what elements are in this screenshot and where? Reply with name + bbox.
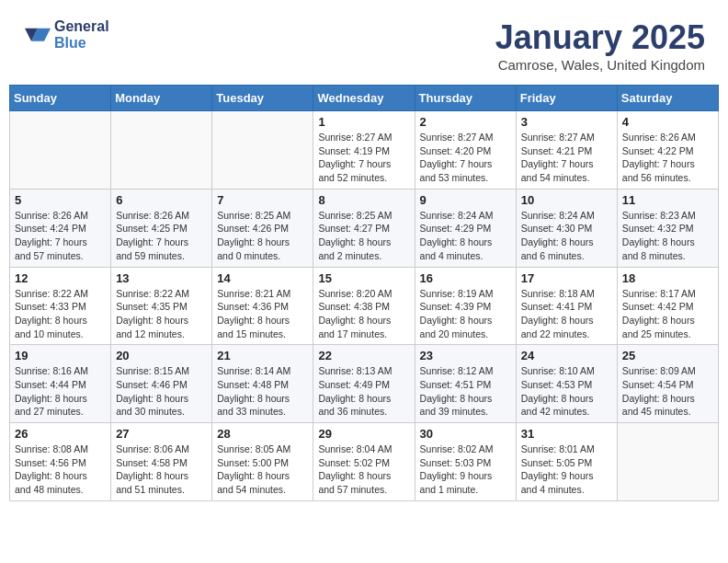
day-number: 20 bbox=[116, 349, 207, 362]
calendar-table: SundayMondayTuesdayWednesdayThursdayFrid… bbox=[9, 85, 719, 501]
calendar-week-row: 5Sunrise: 8:26 AM Sunset: 4:24 PM Daylig… bbox=[10, 189, 719, 267]
day-number: 27 bbox=[116, 427, 207, 441]
calendar-cell: 17Sunrise: 8:18 AM Sunset: 4:41 PM Dayli… bbox=[516, 267, 617, 345]
calendar-cell: 8Sunrise: 8:25 AM Sunset: 4:27 PM Daylig… bbox=[313, 189, 415, 267]
day-number: 22 bbox=[318, 349, 409, 362]
calendar-week-row: 26Sunrise: 8:08 AM Sunset: 4:56 PM Dayli… bbox=[10, 423, 719, 501]
day-of-week-header: Thursday bbox=[415, 86, 516, 111]
day-number: 30 bbox=[420, 427, 511, 441]
day-info: Sunrise: 8:20 AM Sunset: 4:38 PM Dayligh… bbox=[318, 287, 409, 341]
calendar-cell: 23Sunrise: 8:12 AM Sunset: 4:51 PM Dayli… bbox=[415, 345, 516, 423]
day-number: 5 bbox=[15, 193, 106, 207]
day-info: Sunrise: 8:23 AM Sunset: 4:32 PM Dayligh… bbox=[622, 209, 713, 263]
day-number: 6 bbox=[116, 193, 207, 207]
calendar-cell: 4Sunrise: 8:26 AM Sunset: 4:22 PM Daylig… bbox=[617, 111, 718, 190]
day-info: Sunrise: 8:09 AM Sunset: 4:54 PM Dayligh… bbox=[622, 364, 713, 419]
day-number: 11 bbox=[622, 193, 713, 207]
title-block: January 2025 Camrose, Wales, United King… bbox=[495, 18, 705, 73]
calendar-cell: 13Sunrise: 8:22 AM Sunset: 4:35 PM Dayli… bbox=[111, 267, 212, 345]
day-number: 18 bbox=[622, 271, 713, 285]
day-number: 12 bbox=[15, 271, 106, 285]
calendar-cell: 11Sunrise: 8:23 AM Sunset: 4:32 PM Dayli… bbox=[617, 189, 718, 267]
day-number: 16 bbox=[420, 271, 511, 285]
day-info: Sunrise: 8:24 AM Sunset: 4:29 PM Dayligh… bbox=[420, 209, 511, 263]
calendar-cell: 14Sunrise: 8:21 AM Sunset: 4:36 PM Dayli… bbox=[212, 267, 313, 345]
day-info: Sunrise: 8:27 AM Sunset: 4:19 PM Dayligh… bbox=[318, 131, 409, 185]
calendar-cell: 31Sunrise: 8:01 AM Sunset: 5:05 PM Dayli… bbox=[516, 423, 617, 501]
day-info: Sunrise: 8:22 AM Sunset: 4:33 PM Dayligh… bbox=[15, 287, 106, 341]
calendar-cell: 9Sunrise: 8:24 AM Sunset: 4:29 PM Daylig… bbox=[415, 189, 516, 267]
location-subtitle: Camrose, Wales, United Kingdom bbox=[495, 57, 705, 73]
day-info: Sunrise: 8:12 AM Sunset: 4:51 PM Dayligh… bbox=[420, 364, 511, 419]
calendar-cell: 29Sunrise: 8:04 AM Sunset: 5:02 PM Dayli… bbox=[313, 423, 415, 501]
calendar-cell: 21Sunrise: 8:14 AM Sunset: 4:48 PM Dayli… bbox=[212, 345, 313, 423]
calendar-header-row: SundayMondayTuesdayWednesdayThursdayFrid… bbox=[10, 86, 719, 111]
calendar-cell bbox=[212, 111, 313, 190]
day-of-week-header: Monday bbox=[111, 86, 212, 111]
day-of-week-header: Sunday bbox=[10, 86, 111, 111]
logo-icon bbox=[25, 20, 51, 46]
day-info: Sunrise: 8:22 AM Sunset: 4:35 PM Dayligh… bbox=[116, 287, 207, 341]
day-of-week-header: Saturday bbox=[617, 86, 718, 111]
calendar-cell: 20Sunrise: 8:15 AM Sunset: 4:46 PM Dayli… bbox=[111, 345, 212, 423]
day-info: Sunrise: 8:08 AM Sunset: 4:56 PM Dayligh… bbox=[15, 442, 106, 497]
day-of-week-header: Friday bbox=[516, 86, 617, 111]
calendar-week-row: 1Sunrise: 8:27 AM Sunset: 4:19 PM Daylig… bbox=[10, 111, 719, 190]
day-number: 19 bbox=[15, 349, 106, 362]
day-info: Sunrise: 8:21 AM Sunset: 4:36 PM Dayligh… bbox=[217, 287, 308, 341]
day-info: Sunrise: 8:19 AM Sunset: 4:39 PM Dayligh… bbox=[420, 287, 511, 341]
page-header: General Blue January 2025 Camrose, Wales… bbox=[9, 9, 719, 77]
calendar-cell: 16Sunrise: 8:19 AM Sunset: 4:39 PM Dayli… bbox=[415, 267, 516, 345]
calendar-cell: 7Sunrise: 8:25 AM Sunset: 4:26 PM Daylig… bbox=[212, 189, 313, 267]
day-number: 24 bbox=[521, 349, 612, 362]
calendar-cell: 26Sunrise: 8:08 AM Sunset: 4:56 PM Dayli… bbox=[10, 423, 111, 501]
day-number: 7 bbox=[217, 193, 308, 207]
calendar-cell: 28Sunrise: 8:05 AM Sunset: 5:00 PM Dayli… bbox=[212, 423, 313, 501]
day-number: 8 bbox=[318, 193, 409, 207]
day-info: Sunrise: 8:26 AM Sunset: 4:24 PM Dayligh… bbox=[15, 209, 106, 263]
day-number: 9 bbox=[420, 193, 511, 207]
day-number: 10 bbox=[521, 193, 612, 207]
day-number: 26 bbox=[15, 427, 106, 441]
calendar-cell: 25Sunrise: 8:09 AM Sunset: 4:54 PM Dayli… bbox=[617, 345, 718, 423]
calendar-cell: 24Sunrise: 8:10 AM Sunset: 4:53 PM Dayli… bbox=[516, 345, 617, 423]
calendar-cell: 27Sunrise: 8:06 AM Sunset: 4:58 PM Dayli… bbox=[111, 423, 212, 501]
day-number: 4 bbox=[622, 115, 713, 129]
logo: General Blue bbox=[23, 18, 109, 52]
day-info: Sunrise: 8:06 AM Sunset: 4:58 PM Dayligh… bbox=[116, 442, 207, 497]
day-info: Sunrise: 8:04 AM Sunset: 5:02 PM Dayligh… bbox=[318, 442, 409, 497]
calendar-cell: 12Sunrise: 8:22 AM Sunset: 4:33 PM Dayli… bbox=[10, 267, 111, 345]
day-info: Sunrise: 8:26 AM Sunset: 4:22 PM Dayligh… bbox=[622, 131, 713, 185]
day-number: 2 bbox=[420, 115, 511, 129]
calendar-cell: 6Sunrise: 8:26 AM Sunset: 4:25 PM Daylig… bbox=[111, 189, 212, 267]
day-number: 31 bbox=[521, 427, 612, 441]
day-info: Sunrise: 8:27 AM Sunset: 4:21 PM Dayligh… bbox=[521, 131, 612, 185]
day-info: Sunrise: 8:27 AM Sunset: 4:20 PM Dayligh… bbox=[420, 131, 511, 185]
day-info: Sunrise: 8:26 AM Sunset: 4:25 PM Dayligh… bbox=[116, 209, 207, 263]
day-info: Sunrise: 8:25 AM Sunset: 4:26 PM Dayligh… bbox=[217, 209, 308, 263]
day-info: Sunrise: 8:10 AM Sunset: 4:53 PM Dayligh… bbox=[521, 364, 612, 419]
calendar-cell: 2Sunrise: 8:27 AM Sunset: 4:20 PM Daylig… bbox=[415, 111, 516, 190]
calendar-cell bbox=[10, 111, 111, 190]
day-of-week-header: Tuesday bbox=[212, 86, 313, 111]
day-number: 29 bbox=[318, 427, 409, 441]
calendar-cell: 22Sunrise: 8:13 AM Sunset: 4:49 PM Dayli… bbox=[313, 345, 415, 423]
month-year-title: January 2025 bbox=[495, 18, 705, 57]
calendar-cell: 19Sunrise: 8:16 AM Sunset: 4:44 PM Dayli… bbox=[10, 345, 111, 423]
day-info: Sunrise: 8:15 AM Sunset: 4:46 PM Dayligh… bbox=[116, 364, 207, 419]
day-info: Sunrise: 8:16 AM Sunset: 4:44 PM Dayligh… bbox=[15, 364, 106, 419]
day-info: Sunrise: 8:25 AM Sunset: 4:27 PM Dayligh… bbox=[318, 209, 409, 263]
calendar-cell: 18Sunrise: 8:17 AM Sunset: 4:42 PM Dayli… bbox=[617, 267, 718, 345]
calendar-week-row: 12Sunrise: 8:22 AM Sunset: 4:33 PM Dayli… bbox=[10, 267, 719, 345]
day-number: 25 bbox=[622, 349, 713, 362]
day-number: 17 bbox=[521, 271, 612, 285]
calendar-cell bbox=[617, 423, 718, 501]
day-info: Sunrise: 8:01 AM Sunset: 5:05 PM Dayligh… bbox=[521, 442, 612, 497]
calendar-week-row: 19Sunrise: 8:16 AM Sunset: 4:44 PM Dayli… bbox=[10, 345, 719, 423]
calendar-cell bbox=[111, 111, 212, 190]
calendar-cell: 30Sunrise: 8:02 AM Sunset: 5:03 PM Dayli… bbox=[415, 423, 516, 501]
day-info: Sunrise: 8:14 AM Sunset: 4:48 PM Dayligh… bbox=[217, 364, 308, 419]
day-number: 15 bbox=[318, 271, 409, 285]
calendar-cell: 3Sunrise: 8:27 AM Sunset: 4:21 PM Daylig… bbox=[516, 111, 617, 190]
day-info: Sunrise: 8:24 AM Sunset: 4:30 PM Dayligh… bbox=[521, 209, 612, 263]
